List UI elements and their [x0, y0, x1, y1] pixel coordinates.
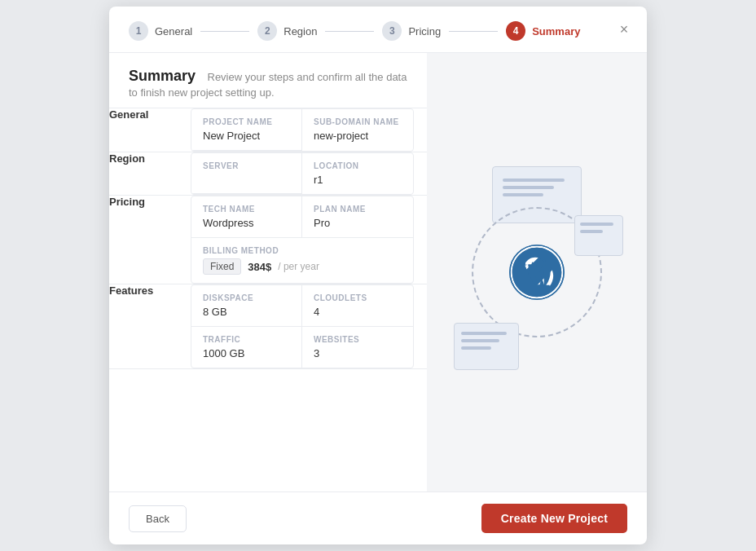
- features-row: Features DISKSPACE 8 GB CLOUDLETS 4: [109, 284, 427, 369]
- wp-illustration: [447, 150, 626, 395]
- back-button[interactable]: Back: [129, 505, 187, 532]
- pricing-label: Pricing: [109, 196, 191, 284]
- cloudlets-value: 4: [314, 306, 402, 318]
- wordpress-logo: [508, 243, 566, 302]
- card-line: [503, 179, 565, 182]
- server-label: SERVER: [203, 161, 290, 170]
- server-cell: SERVER: [191, 153, 302, 194]
- location-label: LOCATION: [314, 161, 402, 170]
- step-label-summary: Summary: [532, 25, 580, 37]
- card-line: [461, 346, 491, 350]
- step-label-pricing: Pricing: [408, 25, 441, 37]
- cloudlets-cell: CLOUDLETS 4: [302, 285, 413, 327]
- traffic-cell: TRAFFIC 1000 GB: [191, 327, 302, 368]
- traffic-label: TRAFFIC: [203, 335, 290, 344]
- pricing-data: TECH NAME Wordpress PLAN NAME Pro BILLIN…: [191, 196, 427, 284]
- traffic-value: 1000 GB: [203, 347, 290, 359]
- plan-name-cell: PLAN NAME Pro: [302, 196, 413, 238]
- region-data: SERVER LOCATION r1: [191, 152, 427, 196]
- subdomain-cell: SUB-DOMAIN NAME new-project: [302, 109, 413, 151]
- subdomain-label: SUB-DOMAIN NAME: [314, 117, 402, 126]
- project-name-label: PROJECT NAME: [203, 117, 290, 126]
- left-section: Summary Review your steps and confirm al…: [109, 53, 427, 491]
- step-general[interactable]: 1 General: [129, 21, 192, 41]
- location-cell: LOCATION r1: [302, 153, 413, 194]
- step-pricing[interactable]: 3 Pricing: [382, 21, 441, 41]
- cloudlets-label: CLOUDLETS: [314, 293, 402, 302]
- stepper: 1 General 2 Region 3 Pricing 4 Summary: [109, 7, 647, 53]
- billing-row: Fixed 384$ / per year: [203, 258, 402, 275]
- features-label: Features: [109, 284, 191, 369]
- step-summary[interactable]: 4 Summary: [506, 21, 580, 41]
- step-divider-3: [449, 31, 498, 32]
- card-line: [580, 230, 603, 233]
- region-label: Region: [109, 152, 191, 196]
- card-line: [503, 186, 554, 189]
- diskspace-value: 8 GB: [203, 306, 290, 318]
- summary-table: General PROJECT NAME New Project SUB-DOM…: [109, 108, 427, 369]
- tech-name-value: Wordpress: [203, 217, 290, 229]
- right-decoration: [427, 53, 647, 491]
- general-row: General PROJECT NAME New Project SUB-DOM…: [109, 108, 427, 152]
- close-button[interactable]: ×: [614, 20, 634, 39]
- region-row: Region SERVER LOCATION r1: [109, 152, 427, 196]
- project-name-cell: PROJECT NAME New Project: [191, 109, 302, 151]
- pricing-grid: TECH NAME Wordpress PLAN NAME Pro BILLIN…: [191, 196, 414, 284]
- page-title: Summary: [129, 68, 196, 84]
- general-data: PROJECT NAME New Project SUB-DOMAIN NAME…: [191, 108, 427, 152]
- step-num-pricing: 3: [382, 21, 402, 41]
- step-region[interactable]: 2 Region: [257, 21, 317, 41]
- pricing-row: Pricing TECH NAME Wordpress PLAN NAME Pr…: [109, 196, 427, 284]
- billing-method-label: BILLING METHOD: [203, 246, 402, 255]
- diskspace-cell: DISKSPACE 8 GB: [191, 285, 302, 327]
- card-line: [503, 193, 543, 196]
- modal-body: Summary Review your steps and confirm al…: [109, 53, 647, 491]
- websites-cell: WEBSITES 3: [302, 327, 413, 368]
- plan-name-label: PLAN NAME: [314, 205, 402, 214]
- features-grid: DISKSPACE 8 GB CLOUDLETS 4 TRAFFIC 1000 …: [191, 284, 414, 368]
- section-header: Summary Review your steps and confirm al…: [109, 53, 427, 108]
- step-divider-1: [200, 31, 249, 32]
- tech-name-cell: TECH NAME Wordpress: [191, 196, 302, 238]
- general-grid: PROJECT NAME New Project SUB-DOMAIN NAME…: [191, 108, 414, 152]
- plan-name-value: Pro: [314, 217, 402, 229]
- subdomain-value: new-project: [314, 130, 402, 142]
- step-divider-2: [325, 31, 374, 32]
- general-label: General: [109, 108, 191, 152]
- step-label-general: General: [155, 25, 192, 37]
- step-num-summary: 4: [506, 21, 525, 41]
- wp-card-tr: [574, 215, 623, 256]
- billing-price: 384$: [248, 261, 271, 273]
- project-name-value: New Project: [203, 130, 290, 142]
- billing-period: / per year: [278, 261, 319, 272]
- card-line: [461, 339, 499, 342]
- websites-value: 3: [314, 347, 402, 359]
- billing-method-cell: BILLING METHOD Fixed 384$ / per year: [191, 238, 413, 283]
- location-value: r1: [314, 174, 402, 186]
- step-label-region: Region: [284, 25, 317, 37]
- diskspace-label: DISKSPACE: [203, 293, 290, 302]
- card-line: [461, 332, 507, 335]
- tech-name-label: TECH NAME: [203, 205, 290, 214]
- features-data: DISKSPACE 8 GB CLOUDLETS 4 TRAFFIC 1000 …: [191, 284, 427, 369]
- card-line: [580, 223, 613, 226]
- modal: × 1 General 2 Region 3 Pricing 4 Summary…: [109, 7, 647, 544]
- step-num-region: 2: [257, 21, 277, 41]
- modal-footer: Back Create New Project: [109, 491, 647, 544]
- billing-type: Fixed: [203, 258, 241, 275]
- wp-card-br: [454, 323, 519, 370]
- region-grid: SERVER LOCATION r1: [191, 152, 414, 195]
- step-num-general: 1: [129, 21, 148, 41]
- create-project-button[interactable]: Create New Project: [481, 504, 627, 533]
- websites-label: WEBSITES: [314, 335, 402, 344]
